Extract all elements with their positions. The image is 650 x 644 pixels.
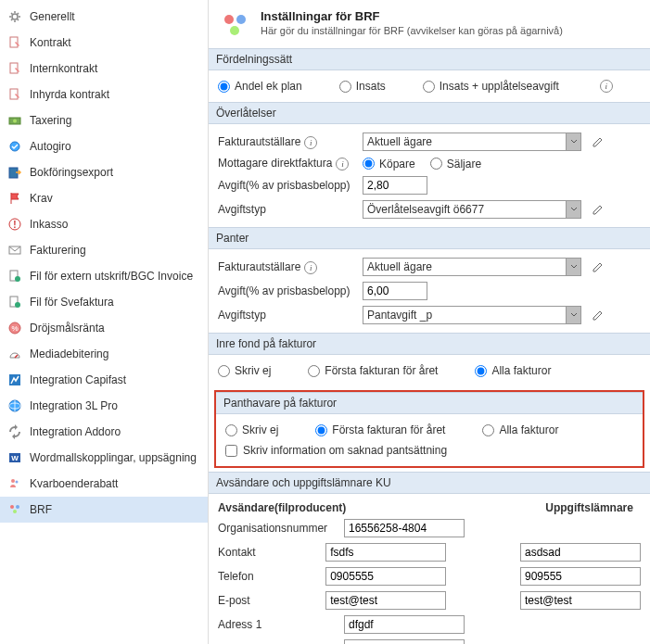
- chevron-down-icon[interactable]: [567, 133, 581, 151]
- avgiftstyp-select[interactable]: Pantavgift _p: [363, 306, 567, 324]
- chevron-down-icon[interactable]: [567, 306, 581, 324]
- sidebar-item-internkontrakt[interactable]: Internkontrakt: [0, 56, 208, 82]
- sidebar-item-label: Mediadebitering: [30, 347, 108, 360]
- orgnr-label: Organisationsnummer: [218, 522, 338, 535]
- epost-input[interactable]: [325, 591, 446, 610]
- radio-insats-input[interactable]: [339, 81, 351, 93]
- sidebar-item-kvarboende[interactable]: Kvarboenderabatt: [0, 471, 208, 497]
- info-icon[interactable]: i: [304, 136, 317, 149]
- sidebar-item-krav[interactable]: Krav: [0, 185, 208, 211]
- fakturautstallare-select[interactable]: Aktuell ägare: [363, 258, 567, 276]
- sidebar-item-3lpro[interactable]: Integration 3L Pro: [0, 393, 208, 419]
- orgnr-input[interactable]: [344, 519, 465, 537]
- sidebar-item-label: Autogiro: [30, 140, 71, 153]
- document-edit-icon: [7, 87, 22, 102]
- radio-skriv-ej[interactable]: Skriv ej: [218, 364, 271, 377]
- edit-icon[interactable]: [591, 134, 605, 149]
- autogiro-icon: [7, 139, 22, 154]
- section-panter-header: Panter: [209, 227, 650, 249]
- radio-forsta[interactable]: Första fakturan för året: [315, 423, 445, 436]
- kontakt-input[interactable]: [325, 543, 446, 562]
- radio-kopare[interactable]: Köpare: [363, 158, 415, 170]
- sidebar-item-kontrakt[interactable]: Kontrakt: [0, 30, 208, 56]
- telefon-input-2[interactable]: [520, 567, 641, 586]
- sidebar-item-label: Kvarboenderabatt: [30, 477, 118, 490]
- sidebar-item-generellt[interactable]: Generellt: [0, 4, 208, 30]
- sidebar-item-label: Taxering: [30, 114, 71, 127]
- svg-rect-1: [10, 37, 18, 47]
- section-fordelningssatt-header: Fördelningssätt: [209, 48, 650, 70]
- sidebar-item-bokforing[interactable]: Bokföringsexport: [0, 159, 208, 185]
- refresh-icon: [7, 424, 22, 439]
- avsandare-col-header: Avsändare(filproducent): [218, 499, 346, 516]
- sidebar-item-label: Dröjsmålsränta: [30, 322, 105, 335]
- chevron-down-icon[interactable]: [567, 200, 581, 219]
- gear-icon: [7, 9, 22, 24]
- sidebar-item-label: Integration Capifast: [30, 373, 126, 386]
- sidebar-item-fakturering[interactable]: Fakturering: [0, 237, 208, 263]
- svg-point-25: [16, 505, 19, 509]
- avgiftstyp-label: Avgiftstyp: [218, 309, 357, 322]
- saknad-pant-label: Skriv information om saknad pantsättning: [243, 444, 447, 457]
- sidebar-item-addoro[interactable]: Integration Addoro: [0, 419, 208, 445]
- sidebar-item-label: Wordmallskopplingar, uppsägning: [30, 451, 197, 464]
- sidebar-item-label: BRF: [30, 503, 52, 516]
- kontakt-input-2[interactable]: [520, 543, 641, 562]
- mottagare-label: Mottagare direktfakturai: [218, 157, 357, 170]
- document-edit-icon: [7, 61, 22, 76]
- section-panthavare-header: Panthavare på fakturor: [216, 392, 643, 414]
- avgift-input[interactable]: [363, 176, 427, 195]
- radio-skriv-ej[interactable]: Skriv ej: [225, 423, 278, 436]
- fakturautstallare-select[interactable]: Aktuell ägare: [363, 133, 567, 151]
- svg-point-28: [236, 15, 246, 24]
- sidebar-item-drojmal[interactable]: %Dröjsmålsränta: [0, 315, 208, 341]
- svg-point-26: [13, 510, 17, 513]
- radio-insats-uppl[interactable]: Insats + upplåtelseavgift: [423, 80, 559, 93]
- epost-input-2[interactable]: [520, 591, 641, 610]
- capifast-icon: [7, 373, 22, 387]
- radio-insats-uppl-input[interactable]: [423, 81, 435, 93]
- edit-icon[interactable]: [591, 308, 605, 322]
- sidebar-item-wordmall[interactable]: WWordmallskopplingar, uppsägning: [0, 445, 208, 471]
- saknad-pant-checkbox[interactable]: [225, 445, 237, 457]
- fordelningssatt-options: Andel ek plan Insats Insats + upplåtelse…: [218, 76, 641, 96]
- avgift-label: Avgift(% av prisbasbelopp): [218, 179, 357, 192]
- info-icon[interactable]: i: [304, 261, 317, 274]
- radio-andel[interactable]: Andel ek plan: [218, 80, 302, 93]
- people-group-icon: [218, 9, 251, 43]
- chevron-down-icon[interactable]: [567, 258, 581, 276]
- edit-icon[interactable]: [591, 202, 605, 217]
- avgift-input[interactable]: [363, 282, 427, 300]
- section-avsandare-header: Avsändare och uppgiftslämnare KU: [209, 472, 650, 494]
- sidebar-item-inkasso[interactable]: !Inkasso: [0, 211, 208, 237]
- sidebar-item-label: Integration Addoro: [30, 425, 121, 438]
- radio-saljare[interactable]: Säljare: [430, 158, 481, 170]
- sidebar-item-capifast[interactable]: Integration Capifast: [0, 367, 208, 393]
- sidebar-item-media[interactable]: Mediadebitering: [0, 341, 208, 367]
- avgiftstyp-select[interactable]: Överlåtelseavgift ö6677: [363, 200, 567, 219]
- info-icon[interactable]: i: [336, 158, 349, 170]
- radio-andel-input[interactable]: [218, 81, 230, 93]
- telefon-input[interactable]: [325, 567, 446, 586]
- adress2-input[interactable]: [344, 639, 465, 644]
- info-icon[interactable]: i: [600, 80, 613, 93]
- globe-icon: [7, 398, 22, 413]
- adress1-input[interactable]: [344, 615, 465, 634]
- edit-icon[interactable]: [591, 259, 605, 274]
- svg-point-22: [11, 479, 15, 483]
- sidebar-item-taxering[interactable]: Taxering: [0, 107, 208, 133]
- sidebar-item-autogiro[interactable]: Autogiro: [0, 133, 208, 159]
- sidebar-item-brf[interactable]: BRF: [0, 497, 208, 523]
- avgiftstyp-label: Avgiftstyp: [218, 203, 357, 216]
- sidebar-item-extern-utskrift[interactable]: Fil för extern utskrift/BGC Invoice: [0, 263, 208, 289]
- radio-alla[interactable]: Alla fakturor: [475, 364, 551, 377]
- radio-insats[interactable]: Insats: [339, 80, 386, 93]
- sidebar-item-svefaktura[interactable]: Fil för Svefaktura: [0, 289, 208, 315]
- sidebar-item-inhyrda[interactable]: Inhyrda kontrakt: [0, 82, 208, 107]
- highlighted-section: Panthavare på fakturor Skriv ej Första f…: [214, 390, 644, 468]
- radio-forsta[interactable]: Första fakturan för året: [308, 364, 438, 377]
- radio-alla[interactable]: Alla fakturor: [482, 423, 558, 436]
- sidebar: Generellt Kontrakt Internkontrakt Inhyrd…: [0, 0, 209, 644]
- uppgiftslamnare-col-header: Uppgiftslämnare: [545, 499, 633, 516]
- adress1-label: Adress 1: [218, 618, 338, 631]
